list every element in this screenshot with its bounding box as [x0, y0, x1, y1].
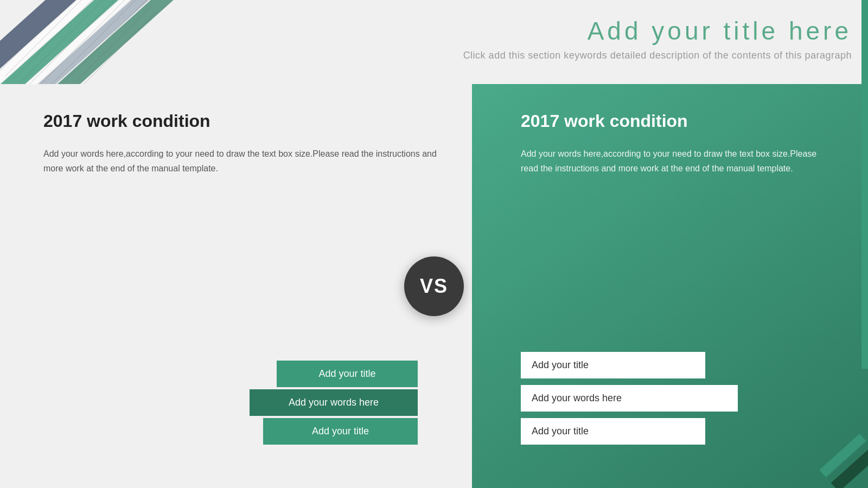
- content-wrapper: 2017 work condition Add your words here,…: [0, 84, 868, 488]
- right-buttons: Add your title Add your words here Add y…: [521, 352, 830, 445]
- header-subtitle: Click add this section keywords detailed…: [463, 50, 852, 61]
- right-accent-bar: [861, 0, 868, 369]
- left-buttons: Add your title Add your words here Add y…: [43, 361, 439, 445]
- right-btn-3[interactable]: Add your title: [521, 418, 705, 445]
- left-btn-1[interactable]: Add your title: [277, 361, 418, 387]
- right-btn-2[interactable]: Add your words here: [521, 385, 738, 412]
- header: Add your title here Click add this secti…: [463, 16, 852, 61]
- left-panel: 2017 work condition Add your words here,…: [0, 84, 472, 488]
- right-panel-body: Add your words here,according to your ne…: [521, 146, 830, 176]
- left-panel-title: 2017 work condition: [43, 111, 439, 131]
- right-btn-1[interactable]: Add your title: [521, 352, 705, 378]
- vs-circle: VS: [404, 256, 464, 316]
- header-title: Add your title here: [463, 16, 852, 46]
- bottom-right-decoration: [803, 423, 868, 488]
- right-panel-title: 2017 work condition: [521, 111, 830, 131]
- left-btn-2[interactable]: Add your words here: [250, 389, 418, 416]
- left-panel-body: Add your words here,according to your ne…: [43, 146, 439, 176]
- left-btn-3[interactable]: Add your title: [263, 418, 418, 445]
- vs-label: VS: [420, 275, 448, 298]
